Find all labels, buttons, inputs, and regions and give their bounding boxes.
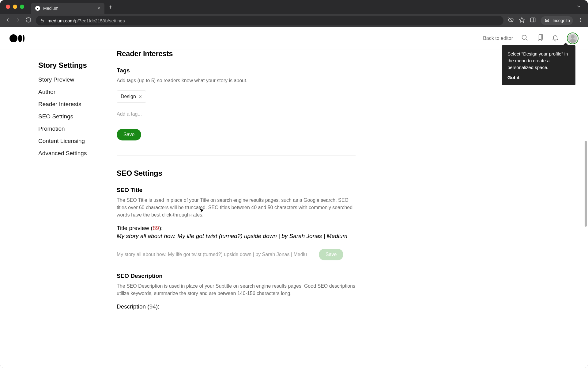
reader-interests-heading: Reader Interests: [117, 49, 356, 58]
incognito-badge[interactable]: Incognito: [541, 16, 573, 25]
nav-back-icon[interactable]: [5, 17, 11, 24]
seo-description-heading: SEO Description: [117, 273, 356, 279]
tab-close-icon[interactable]: ×: [97, 6, 100, 11]
sidebar-item-author[interactable]: Author: [38, 89, 98, 95]
description-char-count: 94: [149, 303, 156, 310]
bookmark-star-icon[interactable]: [519, 17, 525, 24]
title-char-count: 89: [153, 225, 159, 231]
sidebar-item-story-preview[interactable]: Story Preview: [38, 76, 98, 83]
sidebar-item-seo-settings[interactable]: SEO Settings: [38, 113, 98, 120]
url-domain: medium.com: [47, 18, 74, 23]
window-minimize[interactable]: [13, 5, 17, 9]
search-icon[interactable]: [521, 34, 528, 43]
tags-save-button[interactable]: Save: [117, 129, 141, 140]
tooltip-text: Select "Design your profile" in the menu…: [507, 51, 570, 71]
tooltip-got-it-button[interactable]: Got it: [507, 74, 570, 81]
avatar-silhouette-icon: [568, 34, 577, 43]
svg-point-10: [522, 35, 526, 39]
tabs-overflow-icon[interactable]: [576, 4, 582, 10]
svg-line-11: [526, 39, 528, 40]
reload-icon[interactable]: [25, 17, 32, 24]
favicon-icon: ●: [35, 6, 40, 11]
notifications-icon[interactable]: [552, 34, 559, 43]
title-preview-text: My story all about how. My life got twis…: [117, 233, 356, 240]
svg-rect-3: [531, 18, 535, 22]
seo-settings-heading: SEO Settings: [117, 169, 356, 178]
seo-title-input[interactable]: [117, 249, 307, 260]
url-bar[interactable]: medium.com/p/7ec1fdc2159b/settings: [36, 16, 503, 25]
profile-hint-tooltip: Select "Design your profile" in the menu…: [502, 45, 575, 85]
sidebar-item-promotion[interactable]: Promotion: [38, 125, 98, 132]
lock-icon: [40, 18, 44, 23]
sidebar-item-reader-interests[interactable]: Reader Interests: [38, 101, 98, 108]
medium-logo[interactable]: [9, 34, 24, 42]
tab-title: Medium: [43, 6, 58, 11]
seo-title-description: The SEO Title is used in place of your T…: [117, 197, 356, 219]
svg-point-8: [580, 20, 581, 21]
tag-remove-icon[interactable]: ✕: [138, 94, 142, 99]
tag-input[interactable]: [117, 109, 169, 119]
sidebar-title: Story Settings: [38, 61, 98, 70]
avatar[interactable]: [567, 33, 579, 44]
page-header: Back to editor: [0, 27, 588, 49]
tag-chip-label: Design: [121, 94, 136, 99]
nav-forward-icon: [15, 17, 21, 24]
browser-tab[interactable]: ● Medium ×: [31, 3, 104, 14]
address-bar: medium.com/p/7ec1fdc2159b/settings Incog…: [0, 14, 588, 27]
incognito-icon: [544, 17, 550, 24]
section-divider: [117, 155, 356, 155]
browser-menu-icon[interactable]: [578, 17, 583, 24]
new-tab-button[interactable]: +: [109, 4, 112, 11]
svg-marker-2: [519, 17, 525, 23]
tags-description: Add tags (up to 5) so readers know what …: [117, 77, 356, 84]
tracking-icon[interactable]: [508, 17, 514, 24]
scrollbar[interactable]: [585, 141, 587, 227]
title-preview-label: Title preview (89):: [117, 225, 356, 232]
bookmarks-icon[interactable]: [536, 34, 544, 43]
seo-title-save-button[interactable]: Save: [319, 249, 343, 260]
panel-icon[interactable]: [530, 17, 536, 24]
sidebar-item-content-licensing[interactable]: Content Licensing: [38, 138, 98, 144]
back-to-editor-link[interactable]: Back to editor: [483, 36, 513, 41]
svg-point-9: [580, 21, 581, 22]
svg-rect-0: [41, 20, 43, 22]
incognito-label: Incognito: [552, 18, 570, 23]
svg-point-7: [580, 18, 581, 19]
description-preview-label: Description (94):: [117, 303, 356, 310]
window-maximize[interactable]: [20, 5, 24, 9]
seo-title-heading: SEO Title: [117, 187, 356, 194]
tags-heading: Tags: [117, 67, 356, 74]
svg-point-5: [545, 21, 547, 22]
settings-sidebar: Story Settings Story Preview Author Read…: [0, 49, 98, 368]
browser-tab-bar: ● Medium × +: [0, 0, 588, 14]
svg-point-6: [547, 21, 549, 22]
tag-chip: Design ✕: [117, 90, 146, 103]
sidebar-item-advanced-settings[interactable]: Advanced Settings: [38, 150, 98, 157]
url-path: /p/7ec1fdc2159b/settings: [74, 18, 125, 23]
window-close[interactable]: [6, 5, 10, 9]
seo-description-text: The SEO Description is used in place of …: [117, 282, 356, 297]
